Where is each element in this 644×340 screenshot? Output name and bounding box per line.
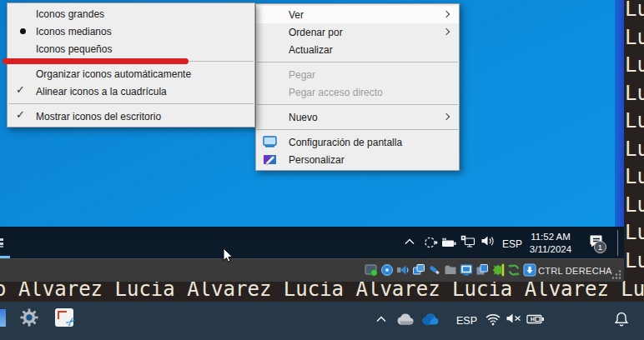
vm-tray-language-label[interactable]: ESP <box>502 238 522 250</box>
menu-item-personalizar[interactable]: Personalizar <box>256 151 459 168</box>
snipping-tool-icon[interactable]: ✂ <box>55 308 73 327</box>
menu-item-label: Actualizar <box>289 44 333 56</box>
menu-item-label: Alinear iconos a la cuadrícula <box>36 86 167 98</box>
console-line: Lucía Álvarez <box>625 192 644 220</box>
console-line: Lucía Álvarez <box>625 248 644 276</box>
host-battery-icon[interactable] <box>526 313 545 325</box>
submenu-item-alinear-iconos[interactable]: ✓ Alinear iconos a la cuadrícula <box>8 82 254 100</box>
vm-tray-network-icon[interactable] <box>460 235 476 248</box>
show-desktop-separator[interactable] <box>617 230 618 256</box>
onedrive-gray-cloud-icon[interactable] <box>395 312 415 327</box>
menu-separator <box>8 103 254 104</box>
host-taskbar: ✂ ESP 11:57:03 11/03/2024 <box>0 302 644 340</box>
console-line: Lucía Álvarez <box>625 108 644 136</box>
vbox-keyboard-icon[interactable] <box>523 263 536 277</box>
vbox-audio-icon[interactable] <box>396 263 410 277</box>
selected-option-bullet-icon <box>20 28 26 34</box>
menu-item-label: Mostrar iconos del escritorio <box>36 111 161 122</box>
console-line: Lucía Álvarez <box>625 219 644 248</box>
vm-desktop-edge <box>615 0 624 227</box>
desktop-context-menu: Ver Ordenar por Actualizar Pegar Pegar a… <box>255 3 460 171</box>
submenu-item-iconos-medianos[interactable]: Iconos medianos <box>8 22 254 40</box>
personalize-icon <box>263 153 278 166</box>
menu-separator <box>257 129 458 130</box>
screen: Lucía Álvarez Lucía Álvarez Lucía Álvare… <box>0 0 644 340</box>
vm-tray-volume-icon[interactable] <box>480 235 495 248</box>
view-submenu: Iconos grandes Iconos medianos Iconos pe… <box>7 2 255 128</box>
vbox-network-icon[interactable] <box>412 263 425 277</box>
wifi-icon[interactable] <box>485 312 501 326</box>
submenu-item-iconos-grandes[interactable]: Iconos grandes <box>8 5 254 22</box>
menu-item-actualizar[interactable]: Actualizar <box>256 41 459 58</box>
console-line: Lucía Álvarez <box>625 24 644 52</box>
menu-item-pegar[interactable]: Pegar <box>256 66 459 83</box>
vbox-optical-drives-icon[interactable] <box>380 263 394 277</box>
host-taskbar-app-fragment-icon[interactable] <box>0 309 6 327</box>
submenu-arrow-icon <box>443 11 450 18</box>
menu-item-label: Iconos pequeños <box>36 43 112 55</box>
console-line: Lucía Álvarez <box>625 0 644 24</box>
vbox-display-icon[interactable] <box>460 263 473 277</box>
submenu-arrow-icon <box>443 113 450 120</box>
vm-tray-status-circle-icon[interactable] <box>423 235 438 250</box>
notification-bell-icon[interactable] <box>614 311 629 328</box>
console-line: Lucía Álvarez <box>625 163 644 192</box>
vbox-seamless-icon[interactable] <box>475 263 489 277</box>
volume-muted-icon[interactable] <box>506 312 522 325</box>
menu-item-label: Pegar <box>289 69 315 81</box>
notification-badge: 1 <box>594 241 606 253</box>
menu-item-label: Personalizar <box>289 154 345 166</box>
menu-item-ordenar-por[interactable]: Ordenar por <box>256 23 459 41</box>
submenu-arrow-icon <box>443 28 450 35</box>
vm-tray-clock[interactable]: 11:52 AM 3/11/2024 <box>526 231 576 255</box>
display-settings-icon <box>263 136 278 148</box>
vm-clock-time: 11:52 AM <box>526 231 576 243</box>
settings-gear-icon[interactable] <box>20 308 38 327</box>
menu-item-label: Pegar acceso directo <box>289 87 383 98</box>
vbox-usb-icon[interactable] <box>428 263 441 277</box>
menu-item-configuracion-de-pantalla[interactable]: Configuración de pantalla <box>256 133 459 151</box>
submenu-item-organizar-iconos[interactable]: Organizar iconos automáticamente <box>8 65 254 82</box>
vm-taskbar-app-fragment-icon[interactable] <box>0 238 3 248</box>
vbox-resize-grip[interactable] <box>611 269 622 280</box>
checkmark-icon: ✓ <box>16 108 25 121</box>
console-line: Lucía Álvarez <box>625 52 644 80</box>
menu-item-ver[interactable]: Ver <box>256 6 459 23</box>
menu-item-label: Ver <box>289 9 304 21</box>
vm-tray-battery-icon[interactable] <box>441 237 457 248</box>
menu-item-label: Iconos grandes <box>36 8 104 20</box>
vbox-shared-folders-icon[interactable] <box>444 263 457 277</box>
menu-item-label: Iconos medianos <box>36 26 112 38</box>
vbox-hard-disks-icon[interactable] <box>365 263 378 277</box>
onedrive-blue-cloud-icon[interactable] <box>420 312 440 327</box>
menu-item-pegar-acceso-directo[interactable]: Pegar acceso directo <box>256 83 459 101</box>
host-console-text-column: Lucía Álvarez Lucía Álvarez Lucía Álvare… <box>625 0 644 283</box>
vbox-mouse-integration-icon[interactable] <box>507 263 521 277</box>
menu-separator <box>257 62 458 62</box>
menu-item-label: Nuevo <box>289 112 318 123</box>
vbox-features-icon[interactable] <box>491 263 505 277</box>
console-line: Lucía Álvarez <box>625 136 644 164</box>
host-tray-chevron-up-icon[interactable] <box>375 315 387 323</box>
vbox-hostkey-label: CTRL DERECHA <box>538 266 612 276</box>
console-line: Lucía Álvarez <box>625 80 644 108</box>
host-tray-language-label[interactable]: ESP <box>456 315 477 327</box>
checkmark-icon: ✓ <box>16 83 25 96</box>
menu-item-label: Organizar iconos automáticamente <box>36 68 191 80</box>
submenu-item-iconos-pequenos[interactable]: Iconos pequeños <box>8 40 254 58</box>
menu-separator <box>257 104 458 105</box>
menu-item-label: Configuración de pantalla <box>289 137 402 148</box>
mouse-cursor-icon <box>223 248 234 263</box>
annotation-red-underline <box>3 58 189 64</box>
menu-item-nuevo[interactable]: Nuevo <box>256 108 459 126</box>
vm-clock-date: 3/11/2024 <box>526 243 576 256</box>
vm-tray-chevron-up-icon[interactable] <box>404 238 415 246</box>
submenu-item-mostrar-iconos[interactable]: ✓ Mostrar iconos del escritorio <box>8 108 254 125</box>
menu-item-label: Ordenar por <box>289 27 343 38</box>
